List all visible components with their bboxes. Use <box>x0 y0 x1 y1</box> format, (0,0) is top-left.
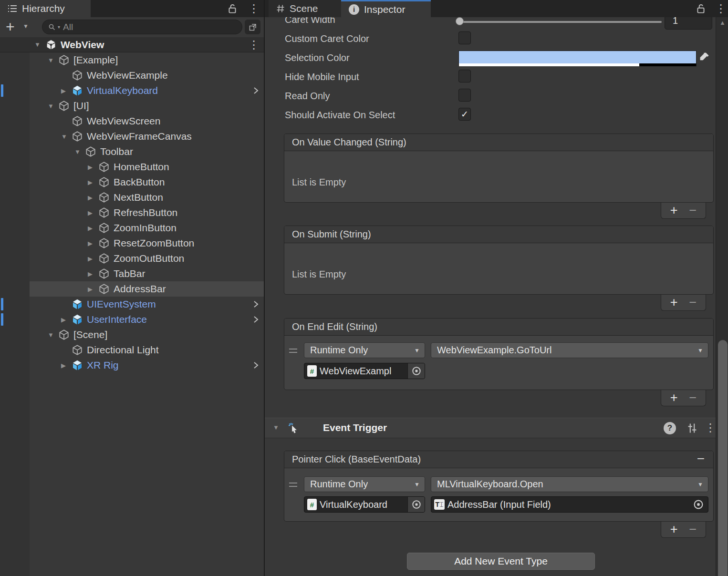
expand-arrow-icon[interactable]: ▶ <box>88 286 98 293</box>
tree-row[interactable]: ▶ ResetZoomButton <box>30 236 264 251</box>
should-activate-label: Should Activate On Select <box>285 110 395 121</box>
expand-arrow-icon[interactable]: ▶ <box>61 362 72 369</box>
add-listener-button[interactable]: + <box>670 296 678 309</box>
scene-header-row[interactable]: ▼ WebView ⋮ <box>0 37 264 52</box>
object-picker-button[interactable] <box>407 363 425 379</box>
expand-arrow-icon[interactable]: ▶ <box>88 194 98 201</box>
object-picker-button[interactable] <box>407 497 425 512</box>
tree-row[interactable]: ▼ [Scene] <box>30 327 264 342</box>
tree-row[interactable]: WebViewExample <box>30 68 264 83</box>
scene-foldout-icon[interactable]: ▼ <box>34 41 41 48</box>
tree-row[interactable]: ▼ WebViewFrameCanvas <box>30 129 264 144</box>
tree-row[interactable]: ▶ BackButton <box>30 175 264 190</box>
on-value-changed-title: On Value Changed (String) <box>292 137 406 148</box>
remove-listener-button[interactable]: − <box>689 391 697 404</box>
prefab-open-chevron-icon[interactable] <box>253 300 259 309</box>
scroll-up-icon[interactable]: ▲ <box>719 19 726 26</box>
selection-color-swatch[interactable] <box>458 51 697 66</box>
end-edit-target-field[interactable]: # WebViewExampl <box>304 363 425 379</box>
expand-arrow-icon[interactable]: ▶ <box>88 179 98 186</box>
expand-arrow-icon[interactable]: ▶ <box>61 316 72 323</box>
eyedropper-icon[interactable] <box>698 51 710 63</box>
expand-arrow-icon[interactable]: ▼ <box>74 148 85 155</box>
expand-arrow-icon[interactable]: ▶ <box>88 255 98 262</box>
tab-scene[interactable]: Scene <box>269 0 341 17</box>
component-menu-icon[interactable]: ⋮ <box>705 422 716 433</box>
expand-arrow-icon[interactable]: ▶ <box>88 240 98 247</box>
tree-row[interactable]: ▶ ZoomOutButton <box>30 251 264 266</box>
create-object-caret-icon[interactable]: ▼ <box>23 23 29 29</box>
listener-drag-handle[interactable] <box>289 483 297 487</box>
scene-menu-icon[interactable]: ⋮ <box>248 39 260 51</box>
tree-row[interactable]: ▶ TabBar <box>30 266 264 281</box>
lock-icon[interactable] <box>227 3 238 15</box>
remove-listener-button[interactable]: − <box>689 523 697 536</box>
caret-width-slider-track[interactable] <box>458 21 662 23</box>
pointer-click-function-dropdown[interactable]: MLVirtualKeyboard.Open ▼ <box>431 476 708 492</box>
expand-arrow-icon[interactable]: ▶ <box>88 164 98 171</box>
search-filter-caret-icon[interactable]: ▾ <box>58 24 60 30</box>
expand-arrow-icon[interactable]: ▶ <box>88 209 98 216</box>
search-input[interactable] <box>62 21 205 33</box>
tree-row[interactable]: ▶ XR Rig <box>30 358 264 373</box>
tab-hierarchy[interactable]: Hierarchy <box>0 0 91 17</box>
add-listener-button[interactable]: + <box>670 523 678 536</box>
inspector-menu-icon[interactable]: ⋮ <box>715 3 727 14</box>
search-popout-button[interactable] <box>245 20 260 34</box>
add-listener-button[interactable]: + <box>670 391 678 404</box>
tree-row-label: Toolbar <box>100 146 133 157</box>
remove-listener-button[interactable]: − <box>689 296 697 309</box>
expand-arrow-icon[interactable]: ▼ <box>48 331 58 339</box>
add-new-event-type-button[interactable]: Add New Event Type <box>407 553 595 570</box>
object-picker-button[interactable] <box>693 499 704 510</box>
custom-caret-color-checkbox[interactable]: ✓ <box>458 31 471 44</box>
tree-row[interactable]: ▼ [Example] <box>30 52 264 68</box>
help-icon[interactable]: ? <box>664 422 676 434</box>
component-foldout-icon[interactable]: ▼ <box>273 424 279 431</box>
end-edit-function-dropdown[interactable]: WebViewExample.GoToUrl ▼ <box>431 342 708 358</box>
expand-arrow-icon[interactable]: ▼ <box>48 103 58 110</box>
tree-row[interactable]: ▶ ZoomInButton <box>30 220 264 236</box>
tree-row[interactable]: ▶ AddressBar <box>30 281 264 297</box>
hierarchy-search-field[interactable]: ▾ <box>42 20 242 34</box>
inspector-lock-icon[interactable] <box>696 3 706 15</box>
expand-arrow-icon[interactable]: ▶ <box>61 87 72 94</box>
remove-event-type-button[interactable]: − <box>697 451 705 466</box>
tree-row[interactable]: Directional Light <box>30 342 264 358</box>
presets-icon[interactable] <box>686 422 698 434</box>
tree-row[interactable]: ▼ [UI] <box>30 98 264 113</box>
pointer-click-mode-dropdown[interactable]: Runtime Only ▼ <box>304 476 425 492</box>
tree-row[interactable]: ▶ VirtualKeyboard <box>30 83 264 98</box>
add-listener-button[interactable]: + <box>670 204 678 217</box>
expand-arrow-icon[interactable]: ▼ <box>61 133 72 140</box>
hierarchy-menu-icon[interactable]: ⋮ <box>248 3 260 14</box>
inspector-scrollbar[interactable]: ▲ <box>716 17 728 576</box>
create-object-button[interactable]: + <box>6 18 15 35</box>
remove-listener-button[interactable]: − <box>689 204 697 217</box>
read-only-checkbox[interactable]: ✓ <box>458 89 471 102</box>
scrollbar-thumb[interactable] <box>718 340 728 576</box>
prefab-open-chevron-icon[interactable] <box>253 315 259 324</box>
hide-mobile-input-checkbox[interactable]: ✓ <box>458 70 471 82</box>
pointer-click-target-field[interactable]: # VirtualKeyboard <box>304 496 425 513</box>
inspector-content: Caret Width Custom Caret Color ✓ Selecti… <box>265 17 716 576</box>
tree-row[interactable]: WebViewScreen <box>30 113 264 129</box>
tree-row[interactable]: ▼ Toolbar <box>30 144 264 159</box>
tab-inspector[interactable]: i Inspector <box>341 0 431 17</box>
expand-arrow-icon[interactable]: ▶ <box>88 270 98 278</box>
should-activate-checkbox[interactable]: ✓ <box>458 108 471 121</box>
tree-row[interactable]: ▶ RefreshButton <box>30 205 264 220</box>
prefab-open-chevron-icon[interactable] <box>253 361 259 370</box>
listener-drag-handle[interactable] <box>289 349 297 353</box>
prefab-open-chevron-icon[interactable] <box>253 86 259 95</box>
tree-row[interactable]: ▶ HomeButton <box>30 159 264 175</box>
tree-row[interactable]: ▶ UserInterface <box>30 312 264 327</box>
event-trigger-header[interactable]: ▼ Event Trigger ? <box>265 418 716 438</box>
tree-row[interactable]: ▶ NextButton <box>30 190 264 205</box>
expand-arrow-icon[interactable]: ▼ <box>48 57 58 64</box>
end-edit-mode-dropdown[interactable]: Runtime Only ▼ <box>304 342 425 358</box>
pointer-click-argument-field[interactable]: T⌶ AddressBar (Input Field) <box>431 496 708 513</box>
tree-row[interactable]: UIEventSystem <box>30 297 264 312</box>
expand-arrow-icon[interactable]: ▶ <box>88 225 98 232</box>
caret-width-slider-knob[interactable] <box>456 17 464 25</box>
